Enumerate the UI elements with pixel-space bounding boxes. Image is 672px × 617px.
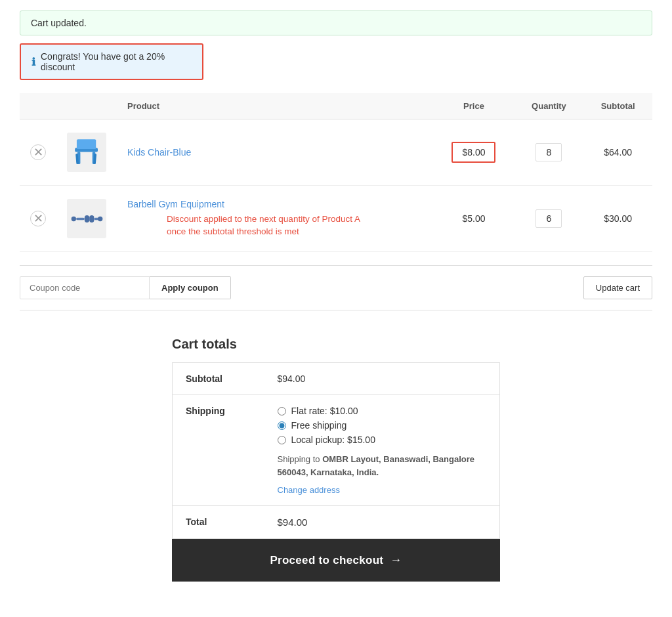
checkout-button-label: Proceed to checkout bbox=[270, 554, 383, 567]
remove-cell-1: ✕ bbox=[20, 119, 56, 186]
col-subtotal-header: Subtotal bbox=[583, 93, 652, 119]
product-name-cell-2: Barbell Gym Equipment Discount applied t… bbox=[117, 186, 433, 252]
subtotal-cell-1: $64.00 bbox=[583, 119, 652, 186]
svg-rect-6 bbox=[71, 216, 75, 221]
col-image-header bbox=[56, 93, 117, 119]
cart-totals-table: Subtotal $94.00 Shipping Flat rate: $10.… bbox=[172, 362, 500, 539]
product-name-cell-1: Kids Chair-Blue bbox=[117, 119, 433, 186]
proceed-to-checkout-button[interactable]: Proceed to checkout → bbox=[172, 539, 500, 582]
checkout-btn-wrapper: Proceed to checkout → bbox=[172, 539, 500, 582]
barbell-icon bbox=[69, 201, 105, 237]
col-price-header: Price bbox=[433, 93, 514, 119]
subtotal-value-2: $30.00 bbox=[604, 213, 632, 224]
shipping-label: Shipping bbox=[173, 395, 264, 506]
shipping-option-local[interactable]: Local pickup: $15.00 bbox=[278, 435, 487, 445]
table-row: ✕ bbox=[20, 119, 652, 186]
col-remove-header bbox=[20, 93, 56, 119]
shipping-label-local: Local pickup: $15.00 bbox=[291, 435, 375, 445]
col-product-header: Product bbox=[117, 93, 433, 119]
qty-box-2[interactable]: 6 bbox=[536, 209, 562, 228]
qty-cell-1: 8 bbox=[514, 119, 584, 186]
update-cart-button[interactable]: Update cart bbox=[583, 276, 652, 299]
qty-cell-2: 6 bbox=[514, 186, 584, 252]
cart-table: Product Price Quantity Subtotal ✕ bbox=[20, 93, 652, 252]
price-cell-2: $5.00 bbox=[433, 186, 514, 252]
product-image-1 bbox=[67, 133, 106, 172]
product-image-cell-1 bbox=[56, 119, 117, 186]
discount-notice-text: Congrats! You have got a 20% discount bbox=[41, 51, 192, 72]
remove-item-1-button[interactable]: ✕ bbox=[30, 144, 46, 160]
shipping-label-free: Free shipping bbox=[291, 420, 347, 431]
product-image-cell-2 bbox=[56, 186, 117, 252]
cart-totals-title: Cart totals bbox=[172, 337, 500, 352]
shipping-option-free[interactable]: Free shipping bbox=[278, 420, 487, 431]
discount-annotation: Discount applied to the next quantity of… bbox=[167, 213, 423, 238]
svg-rect-1 bbox=[76, 139, 95, 149]
product-link-2[interactable]: Barbell Gym Equipment bbox=[127, 199, 224, 209]
col-quantity-header: Quantity bbox=[514, 93, 584, 119]
subtotal-value: $94.00 bbox=[264, 363, 500, 395]
product-link-1[interactable]: Kids Chair-Blue bbox=[127, 147, 191, 158]
coupon-row: Apply coupon Update cart bbox=[20, 265, 652, 310]
price-value-2: $5.00 bbox=[462, 213, 485, 224]
svg-rect-7 bbox=[76, 217, 85, 220]
subtotal-value-1: $64.00 bbox=[604, 147, 632, 158]
coupon-left: Apply coupon bbox=[20, 276, 231, 299]
svg-rect-9 bbox=[89, 215, 94, 223]
shipping-options: Flat rate: $10.00 Free shipping Local pi… bbox=[278, 406, 487, 445]
cart-updated-banner: Cart updated. bbox=[20, 11, 652, 35]
apply-coupon-button[interactable]: Apply coupon bbox=[150, 276, 231, 299]
qty-box-1[interactable]: 8 bbox=[536, 143, 562, 161]
cart-totals-section: Cart totals Subtotal $94.00 Shipping Fla… bbox=[172, 337, 500, 582]
change-address-link[interactable]: Change address bbox=[278, 485, 340, 495]
shipping-row: Shipping Flat rate: $10.00 Free shipping bbox=[173, 395, 500, 506]
svg-rect-8 bbox=[84, 215, 89, 223]
total-value: $94.00 bbox=[264, 506, 500, 539]
remove-item-2-button[interactable]: ✕ bbox=[30, 211, 46, 226]
table-row: ✕ bbox=[20, 186, 652, 252]
coupon-code-input[interactable] bbox=[20, 276, 150, 299]
chair-icon bbox=[69, 135, 105, 171]
shipping-option-flat[interactable]: Flat rate: $10.00 bbox=[278, 406, 487, 416]
shipping-address: Shipping to OMBR Layout, Banaswadi, Bang… bbox=[278, 453, 487, 479]
product-image-2 bbox=[67, 199, 106, 238]
table-header-row: Product Price Quantity Subtotal bbox=[20, 93, 652, 119]
subtotal-label: Subtotal bbox=[173, 363, 264, 395]
discount-notice-banner: ℹ Congrats! You have got a 20% discount bbox=[20, 43, 203, 80]
info-icon: ℹ bbox=[32, 56, 35, 68]
subtotal-row: Subtotal $94.00 bbox=[173, 363, 500, 395]
shipping-radio-free[interactable] bbox=[278, 421, 286, 430]
shipping-radio-flat[interactable] bbox=[278, 407, 286, 415]
price-cell-1: $8.00 bbox=[433, 119, 514, 186]
checkout-arrow-icon: → bbox=[390, 553, 402, 567]
svg-rect-11 bbox=[98, 216, 102, 221]
cart-updated-text: Cart updated. bbox=[31, 18, 87, 28]
shipping-options-cell: Flat rate: $10.00 Free shipping Local pi… bbox=[264, 395, 500, 506]
price-highlighted-1: $8.00 bbox=[452, 142, 495, 163]
shipping-address-prefix: Shipping to bbox=[278, 454, 323, 464]
shipping-radio-local[interactable] bbox=[278, 436, 286, 444]
remove-cell-2: ✕ bbox=[20, 186, 56, 252]
shipping-label-flat: Flat rate: $10.00 bbox=[291, 406, 358, 416]
total-row: Total $94.00 bbox=[173, 506, 500, 539]
subtotal-cell-2: $30.00 bbox=[583, 186, 652, 252]
total-label: Total bbox=[173, 506, 264, 539]
